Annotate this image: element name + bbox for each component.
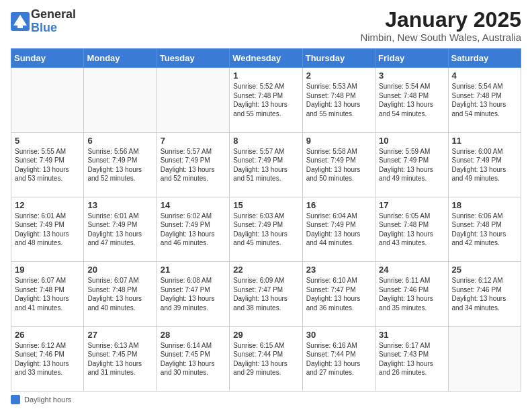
calendar-cell: 3Sunrise: 5:54 AM Sunset: 7:48 PM Daylig… [375, 68, 448, 132]
day-number: 30 [306, 330, 371, 340]
footer-label: Daylight hours [24, 396, 71, 404]
cell-info: Sunrise: 6:00 AM Sunset: 7:49 PM Dayligh… [452, 147, 517, 183]
cell-info: Sunrise: 6:04 AM Sunset: 7:49 PM Dayligh… [306, 212, 371, 248]
day-number: 18 [452, 200, 517, 210]
cell-info: Sunrise: 5:57 AM Sunset: 7:49 PM Dayligh… [161, 147, 226, 183]
calendar-cell: 7Sunrise: 5:57 AM Sunset: 7:49 PM Daylig… [157, 132, 229, 197]
calendar-day-header: Friday [375, 49, 448, 68]
day-number: 17 [379, 200, 444, 210]
logo: General Blue [11, 8, 76, 35]
cell-info: Sunrise: 6:01 AM Sunset: 7:49 PM Dayligh… [87, 212, 152, 248]
cell-info: Sunrise: 6:09 AM Sunset: 7:47 PM Dayligh… [233, 276, 298, 312]
day-number: 16 [306, 200, 371, 210]
calendar-cell: 28Sunrise: 6:14 AM Sunset: 7:45 PM Dayli… [157, 326, 229, 391]
cell-info: Sunrise: 6:07 AM Sunset: 7:48 PM Dayligh… [15, 276, 80, 312]
calendar-day-header: Sunday [11, 49, 84, 68]
day-number: 24 [379, 265, 444, 275]
calendar-cell: 19Sunrise: 6:07 AM Sunset: 7:48 PM Dayli… [11, 262, 84, 326]
day-number: 31 [379, 330, 444, 340]
footer: Daylight hours [11, 395, 521, 404]
cell-info: Sunrise: 6:17 AM Sunset: 7:43 PM Dayligh… [379, 341, 444, 377]
cell-info: Sunrise: 6:16 AM Sunset: 7:44 PM Dayligh… [306, 341, 371, 377]
title-block: January 2025 Nimbin, New South Wales, Au… [360, 8, 521, 43]
cell-info: Sunrise: 5:54 AM Sunset: 7:48 PM Dayligh… [379, 82, 444, 118]
calendar-cell: 11Sunrise: 6:00 AM Sunset: 7:49 PM Dayli… [448, 132, 521, 197]
cell-info: Sunrise: 5:58 AM Sunset: 7:49 PM Dayligh… [306, 147, 371, 183]
day-number: 7 [161, 136, 226, 146]
calendar-cell [11, 68, 84, 132]
calendar-cell: 6Sunrise: 5:56 AM Sunset: 7:49 PM Daylig… [84, 132, 157, 197]
calendar-cell: 14Sunrise: 6:02 AM Sunset: 7:49 PM Dayli… [157, 197, 229, 261]
day-number: 1 [233, 71, 298, 81]
day-number: 13 [87, 200, 152, 210]
day-number: 23 [306, 265, 371, 275]
cell-info: Sunrise: 6:02 AM Sunset: 7:49 PM Dayligh… [161, 212, 226, 248]
cell-info: Sunrise: 6:12 AM Sunset: 7:46 PM Dayligh… [15, 341, 80, 377]
calendar-cell: 31Sunrise: 6:17 AM Sunset: 7:43 PM Dayli… [375, 326, 448, 391]
calendar-cell: 30Sunrise: 6:16 AM Sunset: 7:44 PM Dayli… [302, 326, 375, 391]
cell-info: Sunrise: 5:53 AM Sunset: 7:48 PM Dayligh… [306, 82, 371, 118]
calendar-cell: 23Sunrise: 6:10 AM Sunset: 7:47 PM Dayli… [302, 262, 375, 326]
calendar-cell: 27Sunrise: 6:13 AM Sunset: 7:45 PM Dayli… [84, 326, 157, 391]
calendar-week-row: 5Sunrise: 5:55 AM Sunset: 7:49 PM Daylig… [11, 132, 521, 197]
day-number: 11 [452, 136, 517, 146]
calendar-cell: 17Sunrise: 6:05 AM Sunset: 7:48 PM Dayli… [375, 197, 448, 261]
cell-info: Sunrise: 6:03 AM Sunset: 7:49 PM Dayligh… [233, 212, 298, 248]
day-number: 29 [233, 330, 298, 340]
cell-info: Sunrise: 6:01 AM Sunset: 7:49 PM Dayligh… [15, 212, 80, 248]
cell-info: Sunrise: 6:12 AM Sunset: 7:46 PM Dayligh… [452, 276, 517, 312]
cell-info: Sunrise: 5:59 AM Sunset: 7:49 PM Dayligh… [379, 147, 444, 183]
logo-blue: Blue [31, 21, 76, 35]
header: General Blue January 2025 Nimbin, New So… [11, 8, 521, 43]
calendar-cell: 25Sunrise: 6:12 AM Sunset: 7:46 PM Dayli… [448, 262, 521, 326]
calendar-cell: 8Sunrise: 5:57 AM Sunset: 7:49 PM Daylig… [230, 132, 302, 197]
calendar-cell: 29Sunrise: 6:15 AM Sunset: 7:44 PM Dayli… [230, 326, 302, 391]
month-title: January 2025 [360, 8, 521, 32]
calendar-cell: 9Sunrise: 5:58 AM Sunset: 7:49 PM Daylig… [302, 132, 375, 197]
day-number: 10 [379, 136, 444, 146]
cell-info: Sunrise: 5:57 AM Sunset: 7:49 PM Dayligh… [233, 147, 298, 183]
calendar-cell: 2Sunrise: 5:53 AM Sunset: 7:48 PM Daylig… [302, 68, 375, 132]
day-number: 8 [233, 136, 298, 146]
location: Nimbin, New South Wales, Australia [360, 32, 521, 43]
logo-icon [11, 12, 30, 31]
cell-info: Sunrise: 6:15 AM Sunset: 7:44 PM Dayligh… [233, 341, 298, 377]
calendar-week-row: 1Sunrise: 5:52 AM Sunset: 7:48 PM Daylig… [11, 68, 521, 132]
day-number: 25 [452, 265, 517, 275]
day-number: 28 [161, 330, 226, 340]
cell-info: Sunrise: 6:13 AM Sunset: 7:45 PM Dayligh… [87, 341, 152, 377]
day-number: 6 [87, 136, 152, 146]
day-number: 14 [161, 200, 226, 210]
cell-info: Sunrise: 6:07 AM Sunset: 7:48 PM Dayligh… [87, 276, 152, 312]
calendar-cell: 1Sunrise: 5:52 AM Sunset: 7:48 PM Daylig… [230, 68, 302, 132]
day-number: 9 [306, 136, 371, 146]
cell-info: Sunrise: 5:55 AM Sunset: 7:49 PM Dayligh… [15, 147, 80, 183]
day-number: 3 [379, 71, 444, 81]
calendar-cell: 24Sunrise: 6:11 AM Sunset: 7:46 PM Dayli… [375, 262, 448, 326]
calendar-cell: 18Sunrise: 6:06 AM Sunset: 7:48 PM Dayli… [448, 197, 521, 261]
footer-dot [11, 395, 20, 404]
calendar-cell: 12Sunrise: 6:01 AM Sunset: 7:49 PM Dayli… [11, 197, 84, 261]
cell-info: Sunrise: 6:14 AM Sunset: 7:45 PM Dayligh… [161, 341, 226, 377]
calendar-cell: 20Sunrise: 6:07 AM Sunset: 7:48 PM Dayli… [84, 262, 157, 326]
cell-info: Sunrise: 6:11 AM Sunset: 7:46 PM Dayligh… [379, 276, 444, 312]
day-number: 4 [452, 71, 517, 81]
calendar-cell: 16Sunrise: 6:04 AM Sunset: 7:49 PM Dayli… [302, 197, 375, 261]
calendar-day-header: Monday [84, 49, 157, 68]
calendar-cell [157, 68, 229, 132]
calendar-cell: 5Sunrise: 5:55 AM Sunset: 7:49 PM Daylig… [11, 132, 84, 197]
calendar-cell: 15Sunrise: 6:03 AM Sunset: 7:49 PM Dayli… [230, 197, 302, 261]
day-number: 19 [15, 265, 80, 275]
cell-info: Sunrise: 6:10 AM Sunset: 7:47 PM Dayligh… [306, 276, 371, 312]
day-number: 15 [233, 200, 298, 210]
calendar-cell: 4Sunrise: 5:54 AM Sunset: 7:48 PM Daylig… [448, 68, 521, 132]
day-number: 27 [87, 330, 152, 340]
cell-info: Sunrise: 5:52 AM Sunset: 7:48 PM Dayligh… [233, 82, 298, 118]
logo-general: General [31, 8, 76, 21]
calendar-cell: 13Sunrise: 6:01 AM Sunset: 7:49 PM Dayli… [84, 197, 157, 261]
calendar-week-row: 12Sunrise: 6:01 AM Sunset: 7:49 PM Dayli… [11, 197, 521, 261]
day-number: 21 [161, 265, 226, 275]
calendar-cell: 10Sunrise: 5:59 AM Sunset: 7:49 PM Dayli… [375, 132, 448, 197]
calendar-week-row: 19Sunrise: 6:07 AM Sunset: 7:48 PM Dayli… [11, 262, 521, 326]
svg-rect-2 [17, 24, 23, 28]
